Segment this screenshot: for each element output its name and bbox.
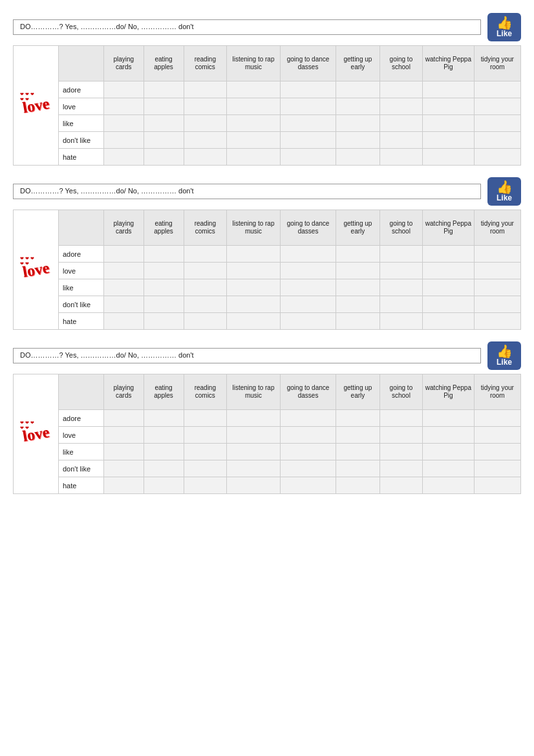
cell-4-6[interactable] (379, 313, 423, 330)
cell-0-7[interactable] (423, 81, 474, 98)
cell-3-1[interactable] (144, 460, 184, 477)
cell-2-5[interactable] (336, 279, 379, 296)
cell-2-2[interactable] (184, 279, 227, 296)
cell-3-0[interactable] (104, 460, 144, 477)
cell-1-4[interactable] (280, 263, 336, 279)
cell-2-8[interactable] (474, 279, 520, 296)
cell-4-2[interactable] (184, 149, 227, 166)
cell-0-4[interactable] (280, 246, 336, 263)
cell-2-0[interactable] (104, 115, 144, 132)
cell-2-5[interactable] (336, 115, 379, 132)
cell-2-0[interactable] (104, 279, 144, 296)
cell-1-6[interactable] (379, 98, 423, 115)
cell-0-2[interactable] (184, 81, 227, 98)
cell-4-7[interactable] (423, 149, 474, 166)
cell-0-6[interactable] (379, 81, 423, 98)
cell-1-6[interactable] (379, 427, 423, 444)
cell-1-0[interactable] (104, 98, 144, 115)
cell-0-8[interactable] (474, 246, 520, 263)
cell-4-1[interactable] (144, 477, 184, 494)
cell-1-5[interactable] (336, 263, 379, 279)
cell-2-2[interactable] (184, 115, 227, 132)
cell-1-7[interactable] (423, 98, 474, 115)
cell-4-7[interactable] (423, 477, 474, 494)
cell-2-8[interactable] (474, 444, 520, 460)
like-button-3[interactable]: 👍Like (487, 341, 521, 370)
cell-4-2[interactable] (184, 477, 227, 494)
cell-0-7[interactable] (423, 246, 474, 263)
cell-1-5[interactable] (336, 427, 379, 444)
cell-4-4[interactable] (280, 149, 336, 166)
cell-3-7[interactable] (423, 132, 474, 149)
cell-0-1[interactable] (144, 246, 184, 263)
cell-1-8[interactable] (474, 427, 520, 444)
cell-1-1[interactable] (144, 98, 184, 115)
cell-1-3[interactable] (227, 98, 281, 115)
cell-3-0[interactable] (104, 132, 144, 149)
cell-2-7[interactable] (423, 115, 474, 132)
cell-3-5[interactable] (336, 296, 379, 313)
cell-0-0[interactable] (104, 246, 144, 263)
cell-4-8[interactable] (474, 313, 520, 330)
cell-1-4[interactable] (280, 427, 336, 444)
like-button-2[interactable]: 👍Like (487, 177, 521, 206)
cell-3-4[interactable] (280, 296, 336, 313)
cell-1-5[interactable] (336, 98, 379, 115)
cell-0-5[interactable] (336, 410, 379, 427)
cell-3-5[interactable] (336, 132, 379, 149)
cell-4-3[interactable] (227, 313, 281, 330)
cell-1-2[interactable] (184, 263, 227, 279)
cell-3-8[interactable] (474, 296, 520, 313)
cell-2-7[interactable] (423, 444, 474, 460)
cell-4-5[interactable] (336, 477, 379, 494)
cell-2-4[interactable] (280, 444, 336, 460)
cell-3-3[interactable] (227, 460, 281, 477)
cell-0-4[interactable] (280, 410, 336, 427)
like-button-1[interactable]: 👍Like (487, 13, 521, 41)
cell-4-2[interactable] (184, 313, 227, 330)
cell-4-8[interactable] (474, 149, 520, 166)
cell-4-5[interactable] (336, 313, 379, 330)
cell-4-5[interactable] (336, 149, 379, 166)
cell-2-8[interactable] (474, 115, 520, 132)
cell-0-7[interactable] (423, 410, 474, 427)
cell-3-8[interactable] (474, 460, 520, 477)
cell-3-3[interactable] (227, 132, 281, 149)
cell-0-4[interactable] (280, 81, 336, 98)
cell-3-1[interactable] (144, 132, 184, 149)
cell-1-8[interactable] (474, 98, 520, 115)
cell-4-8[interactable] (474, 477, 520, 494)
cell-3-2[interactable] (184, 460, 227, 477)
cell-3-4[interactable] (280, 460, 336, 477)
cell-1-1[interactable] (144, 427, 184, 444)
cell-4-7[interactable] (423, 313, 474, 330)
cell-3-4[interactable] (280, 132, 336, 149)
cell-2-0[interactable] (104, 444, 144, 460)
cell-2-6[interactable] (379, 115, 423, 132)
cell-0-3[interactable] (227, 410, 281, 427)
cell-1-4[interactable] (280, 98, 336, 115)
cell-2-3[interactable] (227, 279, 281, 296)
cell-2-3[interactable] (227, 115, 281, 132)
cell-4-0[interactable] (104, 477, 144, 494)
cell-4-3[interactable] (227, 149, 281, 166)
cell-3-8[interactable] (474, 132, 520, 149)
cell-1-2[interactable] (184, 427, 227, 444)
cell-0-1[interactable] (144, 410, 184, 427)
cell-0-8[interactable] (474, 81, 520, 98)
cell-3-7[interactable] (423, 296, 474, 313)
cell-2-2[interactable] (184, 444, 227, 460)
cell-0-5[interactable] (336, 81, 379, 98)
cell-0-6[interactable] (379, 410, 423, 427)
cell-3-6[interactable] (379, 132, 423, 149)
cell-4-1[interactable] (144, 313, 184, 330)
cell-1-7[interactable] (423, 263, 474, 279)
cell-4-4[interactable] (280, 477, 336, 494)
cell-4-0[interactable] (104, 149, 144, 166)
cell-2-7[interactable] (423, 279, 474, 296)
cell-2-3[interactable] (227, 444, 281, 460)
cell-3-0[interactable] (104, 296, 144, 313)
cell-1-0[interactable] (104, 263, 144, 279)
cell-0-6[interactable] (379, 246, 423, 263)
cell-2-1[interactable] (144, 444, 184, 460)
